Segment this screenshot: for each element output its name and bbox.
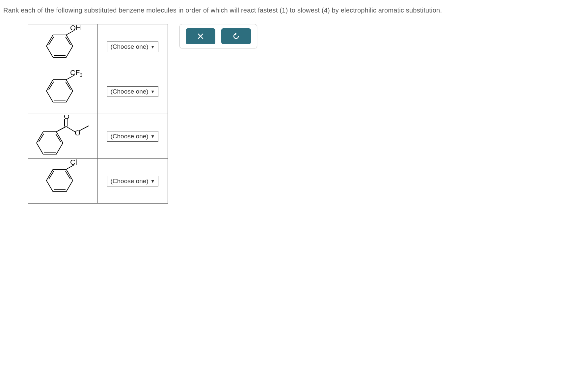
table-row: CF3 (Choose one) ▼ [28,69,168,114]
close-button[interactable] [186,28,215,44]
benzene-cf3-structure [37,72,89,110]
svg-line-14 [56,126,66,132]
svg-line-17 [66,126,75,132]
table-row: Cl (Choose one) ▼ [28,159,168,204]
dropdown-label: (Choose one) [111,178,149,185]
dropdown-label: (Choose one) [111,133,149,140]
reset-icon [232,32,240,40]
close-icon [197,33,204,40]
dropdown-label: (Choose one) [111,43,149,50]
chevron-down-icon: ▼ [150,89,155,94]
chevron-down-icon: ▼ [150,134,155,139]
benzene-ester-structure: O O [30,115,96,158]
molecule-cell-cl: Cl [28,159,97,203]
dropdown-label: (Choose one) [111,88,149,95]
svg-marker-5 [46,80,73,102]
molecule-cell-ester: O O [28,114,97,158]
svg-marker-21 [46,169,73,192]
rank-dropdown-1[interactable]: (Choose one) ▼ [107,42,159,52]
molecule-cell-phenol: OH [28,24,97,69]
chevron-down-icon: ▼ [150,179,155,184]
table-row: O O (Choose one) ▼ [28,114,168,159]
rank-dropdown-2[interactable]: (Choose one) ▼ [107,86,159,97]
substituent-label-oh: OH [70,24,81,32]
table-row: OH (Choose one) ▼ [28,24,168,69]
answer-toolbar [179,24,257,48]
dropdown-cell-2: (Choose one) ▼ [98,69,168,114]
molecule-table: OH (Choose one) ▼ [28,24,168,204]
rank-dropdown-3[interactable]: (Choose one) ▼ [107,131,159,142]
molecule-cell-cf3: CF3 [28,69,97,114]
svg-marker-10 [37,132,63,154]
benzene-oh-structure [37,28,89,66]
dropdown-cell-3: (Choose one) ▼ [98,114,168,158]
content-area: OH (Choose one) ▼ [3,24,566,204]
reset-button[interactable] [221,28,251,44]
svg-line-18 [79,126,89,131]
svg-text:O: O [64,115,69,121]
svg-marker-28 [235,33,237,35]
benzene-cl-structure [37,162,89,200]
substituent-label-cf3: CF3 [70,69,83,78]
chevron-down-icon: ▼ [150,44,155,49]
substituent-label-cl: Cl [70,158,77,167]
dropdown-cell-4: (Choose one) ▼ [98,159,168,203]
question-prompt: Rank each of the following substituted b… [3,7,566,14]
dropdown-cell-1: (Choose one) ▼ [98,24,168,69]
svg-text:O: O [75,129,80,137]
svg-marker-0 [46,35,73,57]
rank-dropdown-4[interactable]: (Choose one) ▼ [107,176,159,186]
